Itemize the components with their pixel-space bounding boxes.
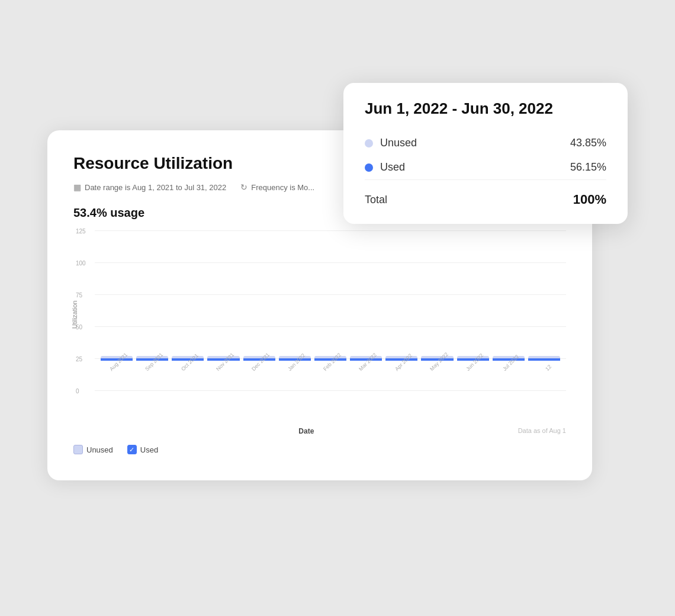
bar-label: May 2022 xyxy=(429,351,449,372)
grid-line-0: 0 xyxy=(95,390,566,391)
tooltip-used-value: 56.15% xyxy=(570,161,606,174)
bar-label: Sep 2021 xyxy=(144,352,164,372)
bar-label: Feb 2022 xyxy=(322,352,342,372)
bar-group: Jan 2022 xyxy=(279,230,311,390)
meta-frequency: ↻ Frequency is Mo... xyxy=(240,182,314,192)
bar-label: Jan 2022 xyxy=(287,352,306,372)
tooltip-total-value: 100% xyxy=(573,192,606,207)
bar-group: Mar 2022 xyxy=(350,230,382,390)
chart-inner: 125 100 75 50 25 0 xyxy=(95,230,566,420)
tooltip-card: Jun 1, 2022 - Jun 30, 2022 Unused 43.85%… xyxy=(343,83,628,224)
tooltip-header: Jun 1, 2022 - Jun 30, 2022 xyxy=(343,83,628,131)
bar-label: Nov 2021 xyxy=(215,352,235,372)
tooltip-row-used-left: Used xyxy=(365,161,405,174)
bar-group: Aug 2021 xyxy=(101,230,133,390)
tooltip-date-range: Jun 1, 2022 - Jun 30, 2022 xyxy=(365,100,606,118)
bar-group: Jun 2022 xyxy=(457,230,489,390)
legend: Unused ✓ Used xyxy=(73,445,566,454)
refresh-icon: ↻ xyxy=(240,182,247,192)
bar-group: Nov 2021 xyxy=(207,230,239,390)
legend-checkbox-used: ✓ xyxy=(127,445,137,454)
bar-group: 12 xyxy=(528,230,560,390)
bar-label: Aug 2021 xyxy=(108,352,128,372)
bar-label: Jun 2022 xyxy=(465,352,484,372)
legend-label-used: Used xyxy=(140,445,158,454)
tooltip-row-unused-left: Unused xyxy=(365,137,417,149)
x-axis-title: Date xyxy=(95,427,518,435)
bar-label: 12 xyxy=(544,364,552,372)
bar-group: Sep 2021 xyxy=(136,230,168,390)
bars-container: Aug 2021Sep 2021Oct 2021Nov 2021Dec 2021… xyxy=(95,230,566,390)
tooltip-row-unused: Unused 43.85% xyxy=(365,131,606,155)
legend-item-used: ✓ Used xyxy=(127,445,158,454)
bar-group: Jul 2022 xyxy=(493,230,525,390)
tooltip-row-used: Used 56.15% xyxy=(365,155,606,179)
tooltip-dot-used xyxy=(365,163,373,172)
tooltip-used-label: Used xyxy=(380,161,405,174)
bar-group: Apr 2022 xyxy=(385,230,417,390)
chart-area: Utilization 125 100 75 50 xyxy=(73,230,566,420)
tooltip-total-label: Total xyxy=(365,194,387,206)
bar-group: May 2022 xyxy=(421,230,453,390)
bar-group: Oct 2021 xyxy=(172,230,204,390)
meta-date-range: ▦ Date range is Aug 1, 2021 to Jul 31, 2… xyxy=(73,182,226,192)
tooltip-dot-unused xyxy=(365,139,373,147)
legend-item-unused: Unused xyxy=(73,445,113,454)
legend-label-unused: Unused xyxy=(86,445,113,454)
tooltip-unused-label: Unused xyxy=(380,137,417,149)
tooltip-rows: Unused 43.85% Used 56.15% xyxy=(343,131,628,179)
tooltip-unused-value: 43.85% xyxy=(570,137,606,149)
bar-stack xyxy=(528,356,560,361)
bar-label: Dec 2021 xyxy=(250,352,271,372)
calendar-icon: ▦ xyxy=(73,182,81,192)
bar-group: Feb 2022 xyxy=(314,230,346,390)
scene: Resource Utilization ▦ Date range is Aug… xyxy=(47,83,628,533)
bar-group: Dec 2021 xyxy=(243,230,275,390)
tooltip-total-row: Total 100% xyxy=(343,180,628,224)
legend-checkbox-unused xyxy=(73,445,83,454)
data-note: Data as of Aug 1 xyxy=(518,427,566,434)
bar-label: Mar 2022 xyxy=(358,352,378,372)
